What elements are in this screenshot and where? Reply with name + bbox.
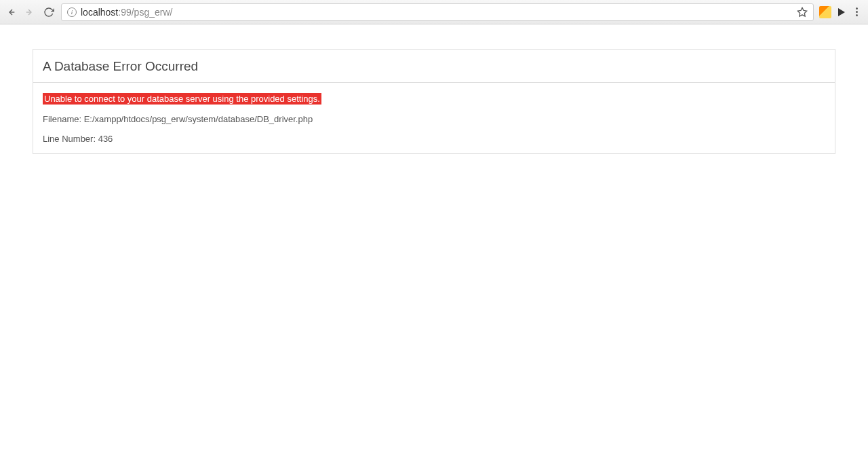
error-content: Unable to connect to your database serve… [33, 83, 835, 153]
line-label: Line Number: [43, 134, 98, 144]
site-info-icon[interactable]: i [67, 7, 77, 17]
filename-label: Filename: [43, 114, 84, 124]
error-linenumber-line: Line Number: 436 [43, 134, 825, 144]
line-value: 436 [98, 134, 113, 144]
forward-button [23, 5, 37, 19]
toolbar-right [819, 6, 864, 18]
error-header: A Database Error Occurred [33, 50, 835, 83]
back-button[interactable] [4, 5, 18, 19]
error-filename-line: Filename: E:/xampp/htdocs/psg_erw/system… [43, 114, 825, 124]
url-host: localhost [81, 7, 118, 18]
chrome-menu-button[interactable] [852, 7, 861, 16]
extension-icon[interactable] [819, 6, 831, 18]
bookmark-button[interactable] [797, 7, 808, 18]
arrow-left-icon [5, 7, 16, 18]
play-icon[interactable] [838, 8, 845, 16]
svg-marker-2 [797, 7, 806, 16]
star-icon [797, 7, 808, 18]
page-body: A Database Error Occurred Unable to conn… [0, 24, 868, 178]
reload-button[interactable] [42, 5, 56, 19]
arrow-right-icon [24, 7, 35, 18]
error-panel: A Database Error Occurred Unable to conn… [33, 49, 835, 154]
url-text: localhost:99/psg_erw/ [81, 7, 793, 18]
url-path: :99/psg_erw/ [118, 7, 172, 18]
filename-value: E:/xampp/htdocs/psg_erw/system/database/… [84, 114, 313, 124]
address-bar[interactable]: i localhost:99/psg_erw/ [61, 3, 814, 21]
error-message: Unable to connect to your database serve… [43, 93, 321, 105]
browser-toolbar: i localhost:99/psg_erw/ [0, 0, 868, 24]
error-title: A Database Error Occurred [43, 59, 825, 74]
reload-icon [43, 7, 54, 18]
